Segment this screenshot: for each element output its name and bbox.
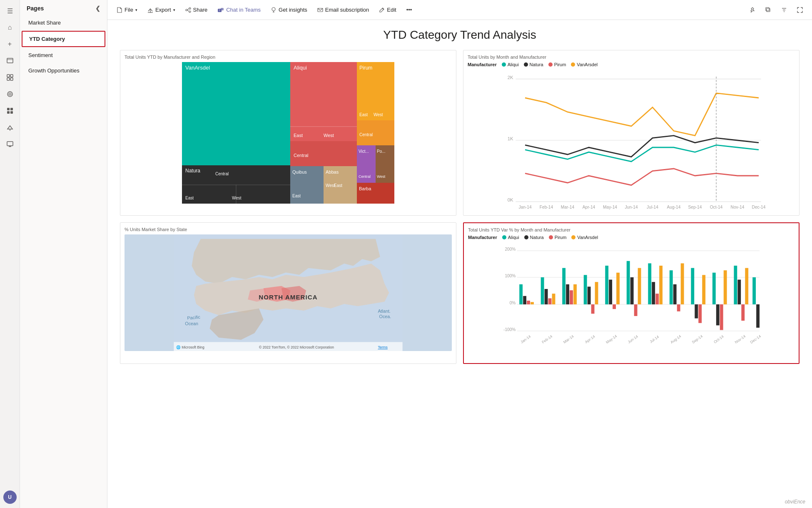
pirum-legend-label: Pirum xyxy=(554,62,566,67)
natura-legend-label: Natura xyxy=(530,62,543,67)
svg-rect-14 xyxy=(7,142,13,146)
more-options-button[interactable]: ••• xyxy=(402,5,416,15)
bar-chart-title: Total Units YTD Var % by Month and Manuf… xyxy=(468,227,795,232)
svg-text:0K: 0K xyxy=(508,197,513,202)
collapse-pages-icon[interactable]: ❮ xyxy=(95,5,100,12)
share-icon xyxy=(185,7,191,13)
svg-line-32 xyxy=(751,12,752,12)
page-label: Sentiment xyxy=(28,52,53,58)
svg-text:East: East xyxy=(334,183,342,188)
main-content: File ▾ Export ▾ Share T Chat in Teams Ge… xyxy=(107,0,812,508)
bar-legend-manufacturer-label: Manufacturer xyxy=(468,235,497,240)
treemap-panel: Total Units YTD by Manufacturer and Regi… xyxy=(120,50,456,216)
svg-text:Jul-14: Jul-14 xyxy=(647,205,658,209)
line-chart-panel: Total Units by Month and Manufacturer Ma… xyxy=(463,50,800,216)
svg-rect-138 xyxy=(566,284,569,304)
svg-text:East: East xyxy=(294,133,303,138)
svg-text:Mar-14: Mar-14 xyxy=(561,205,575,209)
svg-text:Nov-14: Nov-14 xyxy=(731,205,745,209)
data-hub-icon[interactable] xyxy=(2,70,17,85)
aliqui-legend-dot xyxy=(502,62,506,67)
bar-vanarsdel-dot xyxy=(571,235,575,239)
vanarsdel-legend-label: VanArsdel xyxy=(577,62,598,67)
svg-rect-33 xyxy=(767,8,770,12)
svg-rect-137 xyxy=(562,268,565,304)
svg-rect-152 xyxy=(634,304,638,316)
filter-icon[interactable] xyxy=(777,5,791,15)
svg-text:Dec-14: Dec-14 xyxy=(750,334,762,344)
svg-text:Natura: Natura xyxy=(185,168,200,174)
svg-text:Oct-14: Oct-14 xyxy=(710,205,723,209)
toolbar: File ▾ Export ▾ Share T Chat in Teams Ge… xyxy=(107,0,812,20)
email-icon xyxy=(317,7,323,13)
svg-text:Vict...: Vict... xyxy=(359,149,369,154)
hamburger-menu-icon[interactable]: ☰ xyxy=(2,3,17,18)
pages-header: Pages ❮ xyxy=(20,0,107,15)
user-avatar[interactable]: U xyxy=(2,490,17,505)
svg-text:West: West xyxy=(324,133,334,138)
svg-rect-141 xyxy=(573,284,577,304)
svg-rect-130 xyxy=(523,296,526,304)
bar-chart-visual[interactable]: 200% 100% 0% -100% xyxy=(468,242,795,359)
monitor-icon[interactable] xyxy=(2,137,17,152)
svg-text:Abbas: Abbas xyxy=(326,169,339,174)
teams-icon: T xyxy=(217,7,224,13)
page-item-sentiment[interactable]: Sentiment xyxy=(22,48,105,62)
treemap-visual[interactable]: VanArsdel East Central West Aliqui East … xyxy=(125,62,452,204)
learn-icon[interactable] xyxy=(2,120,17,135)
goals-icon[interactable] xyxy=(2,87,17,102)
svg-rect-45 xyxy=(290,62,357,141)
fullscreen-icon[interactable] xyxy=(793,5,807,15)
charts-grid: Total Units YTD by Manufacturer and Regi… xyxy=(120,50,800,364)
legend-vanarsdel: VanArsdel xyxy=(571,62,598,67)
svg-rect-156 xyxy=(655,294,659,304)
svg-text:Jun-14: Jun-14 xyxy=(627,334,639,344)
bar-natura-label: Natura xyxy=(530,235,544,240)
svg-text:Aliqui: Aliqui xyxy=(294,65,307,71)
file-button[interactable]: File ▾ xyxy=(112,5,142,15)
get-insights-button[interactable]: Get insights xyxy=(267,5,311,15)
avatar-initials: U xyxy=(3,491,17,504)
svg-text:Central: Central xyxy=(359,132,373,137)
share-button[interactable]: Share xyxy=(181,5,212,15)
svg-rect-12 xyxy=(10,111,13,114)
icon-bar: ☰ ⌂ + U xyxy=(0,0,20,508)
bar-pirum-dot xyxy=(549,235,553,239)
create-icon[interactable]: + xyxy=(2,37,17,52)
svg-text:100%: 100% xyxy=(505,274,516,278)
svg-rect-147 xyxy=(609,280,612,304)
bar-aliqui-dot xyxy=(502,235,506,239)
file-chevron-icon: ▾ xyxy=(135,8,137,12)
svg-rect-154 xyxy=(648,263,651,304)
svg-rect-10 xyxy=(10,108,13,110)
page-item-growth-opportunities[interactable]: Growth Opportunities xyxy=(22,63,105,78)
map-panel: % Units Market Share by State xyxy=(120,222,456,364)
page-item-market-share[interactable]: Market Share xyxy=(22,15,105,30)
svg-text:Jun-14: Jun-14 xyxy=(625,205,638,209)
svg-text:Apr-14: Apr-14 xyxy=(584,334,596,344)
line-chart-visual[interactable]: 2K 1K 0K Jan-14 Feb-14 Mar-14 Apr-14 May… xyxy=(468,70,795,211)
svg-rect-145 xyxy=(595,282,598,304)
map-visual[interactable]: Pacific Ocean Atlant. Ocea. NORTH AMERIC… xyxy=(125,234,452,351)
svg-text:Central: Central xyxy=(215,172,229,176)
duplicate-icon[interactable] xyxy=(761,5,775,15)
export-button[interactable]: Export ▾ xyxy=(143,5,179,15)
bar-legend-pirum: Pirum xyxy=(549,235,567,240)
svg-line-22 xyxy=(187,9,189,10)
apps-icon[interactable] xyxy=(2,103,17,118)
edit-button[interactable]: Edit xyxy=(375,5,400,15)
vanarsdel-legend-dot xyxy=(571,62,575,67)
email-subscription-button[interactable]: Email subscription xyxy=(313,5,374,15)
chat-in-teams-button[interactable]: T Chat in Teams xyxy=(213,5,265,15)
svg-text:0%: 0% xyxy=(510,301,516,305)
line-chart-title: Total Units by Month and Manufacturer xyxy=(468,55,795,60)
page-item-ytd-category[interactable]: YTD Category xyxy=(22,31,105,47)
svg-text:🌐 Microsoft Bing: 🌐 Microsoft Bing xyxy=(176,345,204,350)
line-chart-legend: Manufacturer Aliqui Natura Pirum xyxy=(468,62,795,67)
home-icon[interactable]: ⌂ xyxy=(2,20,17,35)
pin-icon[interactable] xyxy=(745,5,760,15)
browse-icon[interactable] xyxy=(2,53,17,68)
svg-text:VanArsdel: VanArsdel xyxy=(185,65,210,71)
file-icon xyxy=(117,7,122,13)
svg-rect-155 xyxy=(652,282,655,304)
